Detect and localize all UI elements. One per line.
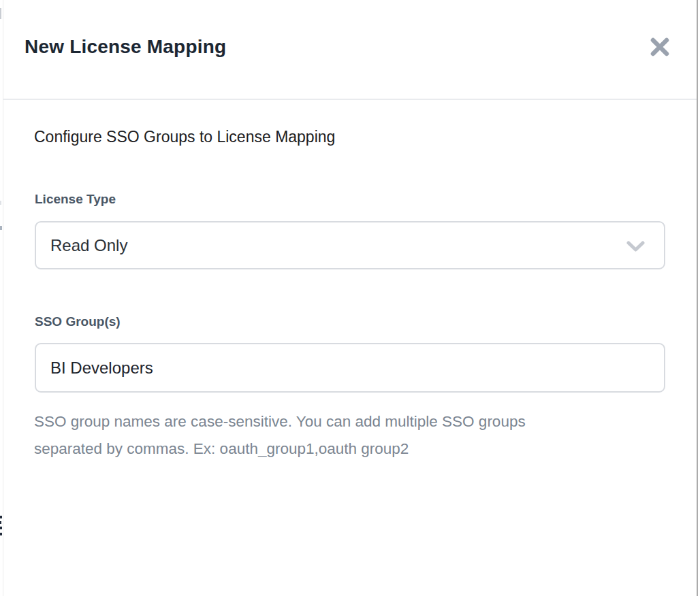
help-text-line: separated by commas. Ex: oauth_group1,oa… — [34, 435, 647, 463]
license-mapping-modal: New License Mapping Configure SSO Groups… — [0, 0, 700, 596]
window-right-edge — [697, 0, 698, 596]
background-page-fragment — [0, 226, 2, 230]
background-page-fragment — [0, 521, 1, 524]
sso-groups-input[interactable] — [35, 343, 665, 393]
license-type-selected-value: Read Only — [50, 236, 626, 255]
chevron-down-icon — [626, 241, 645, 252]
background-page-fragment — [0, 201, 1, 205]
close-button[interactable] — [645, 32, 675, 62]
modal-left-edge — [3, 0, 3, 596]
background-page-fragment — [0, 533, 2, 535]
sso-groups-help-text: SSO group names are case-sensitive. You … — [34, 408, 647, 463]
header-divider — [3, 99, 697, 100]
background-page-fragment — [0, 8, 1, 19]
license-type-select[interactable]: Read Only — [35, 221, 665, 269]
background-page-fragment — [0, 527, 2, 529]
sso-groups-label: SSO Group(s) — [35, 314, 121, 330]
help-text-line: SSO group names are case-sensitive. You … — [34, 408, 647, 435]
modal-description: Configure SSO Groups to License Mapping — [34, 127, 335, 146]
close-icon — [650, 37, 670, 57]
modal-title: New License Mapping — [25, 35, 226, 59]
license-type-label: License Type — [35, 191, 116, 208]
background-page-fragment — [0, 516, 2, 518]
